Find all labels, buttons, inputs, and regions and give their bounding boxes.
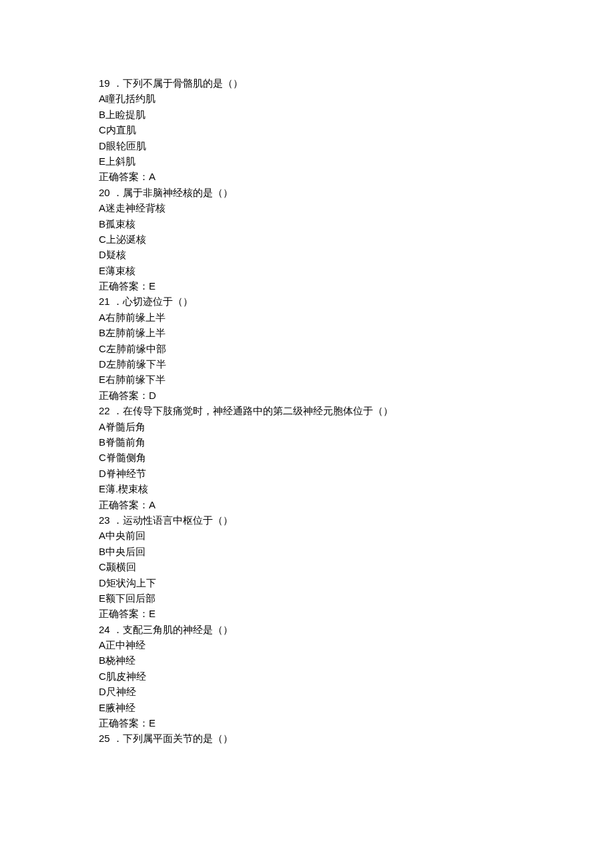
question-line: 22 ．在传导下肢痛觉时，神经通路中的第二级神经元胞体位于（） xyxy=(99,403,614,418)
option-line: A瞳孔括约肌 xyxy=(99,91,614,106)
question-line: 24 ．支配三角肌的神经是（） xyxy=(99,622,614,637)
question-block: 24 ．支配三角肌的神经是（）A正中神经B桡神经C肌皮神经D尺神经E腋神经正确答… xyxy=(99,622,614,731)
option-label: D xyxy=(99,686,106,697)
option-text: 矩状沟上下 xyxy=(106,577,156,588)
option-line: B桡神经 xyxy=(99,653,614,668)
option-line: D脊神经节 xyxy=(99,466,614,481)
option-text: 上睑提肌 xyxy=(105,109,145,120)
option-text: 中央前回 xyxy=(105,530,145,541)
question-block: 23 ．运动性语言中枢位于（）A中央前回B中央后回C颞横回D矩状沟上下E额下回后… xyxy=(99,512,614,622)
option-label: C xyxy=(99,561,106,572)
option-line: B左肺前缘上半 xyxy=(99,325,614,340)
option-text: 瞳孔括约肌 xyxy=(105,93,156,104)
answer-line: 正确答案：E xyxy=(99,715,614,731)
option-label: D xyxy=(99,577,106,588)
question-line: 23 ．运动性语言中枢位于（） xyxy=(99,512,614,528)
option-text: 脊神经节 xyxy=(106,468,146,479)
question-block: 22 ．在传导下肢痛觉时，神经通路中的第二级神经元胞体位于（）A脊髓后角B脊髓前… xyxy=(99,403,614,512)
option-text: 薄束核 xyxy=(105,265,135,276)
option-label: D xyxy=(99,358,106,370)
question-block: 21 ．心切迹位于（）A右肺前缘上半B左肺前缘上半C左肺前缘中部D左肺前缘下半E… xyxy=(99,294,614,403)
option-label: C xyxy=(99,671,106,682)
option-text: 迷走神经背核 xyxy=(105,202,166,213)
answer-prefix: 正确答案： xyxy=(99,717,149,729)
option-label: B xyxy=(99,655,105,666)
option-line: B脊髓前角 xyxy=(99,434,614,450)
question-number: 21 xyxy=(99,296,110,307)
question-line: 25 ．下列属平面关节的是（） xyxy=(99,731,614,746)
answer-value: A xyxy=(149,499,156,510)
option-text: 薄.楔束核 xyxy=(105,483,148,494)
question-line: 19 ．下列不属于骨骼肌的是（） xyxy=(99,75,614,91)
option-label: A xyxy=(99,530,105,541)
option-text: 右肺前缘下半 xyxy=(105,374,166,385)
answer-line: 正确答案：E xyxy=(99,606,614,621)
question-line: 20 ．属于非脑神经核的是（） xyxy=(99,185,614,200)
option-line: C上泌涎核 xyxy=(99,232,614,247)
option-line: D疑核 xyxy=(99,247,614,262)
option-label: B xyxy=(99,109,105,120)
question-separator: ． xyxy=(110,296,123,307)
answer-line: 正确答案：A xyxy=(99,497,614,512)
answer-prefix: 正确答案： xyxy=(99,390,149,401)
option-text: 脊髓侧角 xyxy=(106,452,146,463)
answer-prefix: 正确答案： xyxy=(99,499,149,510)
answer-line: 正确答案：D xyxy=(99,388,614,403)
option-text: 脊髓前角 xyxy=(105,436,145,448)
option-text: 内直肌 xyxy=(106,124,136,135)
question-block: 20 ．属于非脑神经核的是（）A迷走神经背核B孤束核C上泌涎核D疑核E薄束核正确… xyxy=(99,185,614,294)
option-label: C xyxy=(99,234,106,245)
option-line: E额下回后部 xyxy=(99,590,614,606)
option-text: 中央后回 xyxy=(105,546,145,557)
option-label: D xyxy=(99,468,106,479)
question-separator: ． xyxy=(110,77,123,89)
option-line: A脊髓后角 xyxy=(99,419,614,434)
question-text: 运动性语言中枢位于（） xyxy=(123,514,233,526)
option-label: B xyxy=(99,546,105,557)
option-line: C左肺前缘中部 xyxy=(99,341,614,356)
option-text: 上泌涎核 xyxy=(106,234,146,245)
option-text: 右肺前缘上半 xyxy=(105,312,166,323)
question-separator: ． xyxy=(110,624,123,635)
answer-prefix: 正确答案： xyxy=(99,171,149,182)
option-label: A xyxy=(99,202,105,213)
option-text: 肌皮神经 xyxy=(106,671,146,682)
option-text: 颞横回 xyxy=(106,561,136,572)
option-text: 尺神经 xyxy=(106,686,136,697)
option-label: E xyxy=(99,592,105,604)
option-text: 腋神经 xyxy=(105,702,135,713)
option-line: C颞横回 xyxy=(99,559,614,574)
question-line: 21 ．心切迹位于（） xyxy=(99,294,614,309)
question-number: 25 xyxy=(99,733,110,744)
question-block: 19 ．下列不属于骨骼肌的是（）A瞳孔括约肌B上睑提肌C内直肌D眼轮匝肌E上斜肌… xyxy=(99,75,614,185)
answer-value: E xyxy=(149,608,156,619)
option-line: B中央后回 xyxy=(99,544,614,559)
option-label: C xyxy=(99,343,106,354)
option-line: D矩状沟上下 xyxy=(99,575,614,590)
option-label: D xyxy=(99,249,106,260)
option-line: A正中神经 xyxy=(99,637,614,653)
question-separator: ． xyxy=(110,733,123,744)
answer-value: E xyxy=(149,280,156,292)
option-line: D尺神经 xyxy=(99,684,614,699)
option-text: 眼轮匝肌 xyxy=(106,140,146,151)
option-line: C内直肌 xyxy=(99,122,614,137)
option-line: C肌皮神经 xyxy=(99,669,614,684)
question-text: 属于非脑神经核的是（） xyxy=(123,187,233,198)
answer-line: 正确答案：E xyxy=(99,278,614,294)
option-text: 左肺前缘下半 xyxy=(106,358,166,370)
option-line: E腋神经 xyxy=(99,700,614,715)
option-line: E右肺前缘下半 xyxy=(99,372,614,387)
option-text: 孤束核 xyxy=(105,218,135,230)
question-separator: ． xyxy=(110,187,123,198)
question-text: 心切迹位于（） xyxy=(123,296,193,307)
option-line: D眼轮匝肌 xyxy=(99,138,614,153)
option-text: 左肺前缘中部 xyxy=(106,343,166,354)
question-text: 支配三角肌的神经是（） xyxy=(123,624,233,635)
question-number: 23 xyxy=(99,514,110,526)
question-separator: ． xyxy=(110,514,123,526)
option-label: C xyxy=(99,452,106,463)
question-number: 22 xyxy=(99,405,110,416)
question-number: 20 xyxy=(99,187,110,198)
option-text: 正中神经 xyxy=(105,639,145,650)
